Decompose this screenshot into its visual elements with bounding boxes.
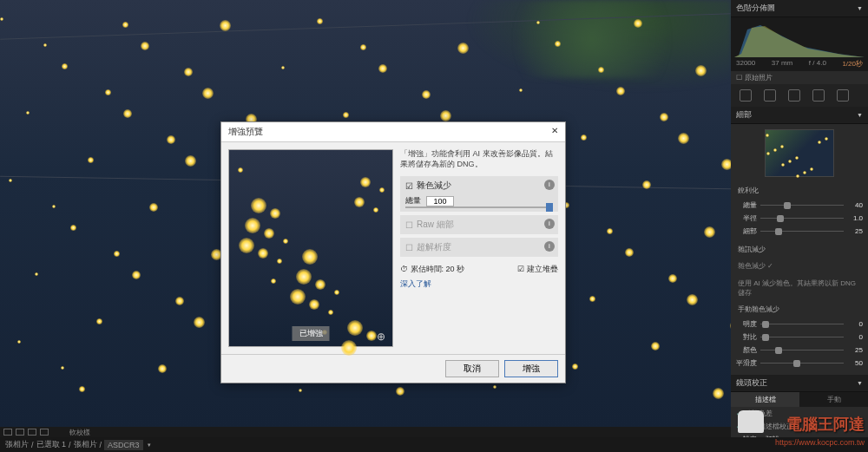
watermark-url: https://www.kocpc.com.tw xyxy=(775,438,865,447)
checkbox-label: 原始照片 xyxy=(745,73,773,82)
brush-tool-icon[interactable] xyxy=(837,89,849,102)
detail-thumbnail[interactable]: document.write(Array.from({length:12},(_… xyxy=(765,129,834,177)
soft-proof-label[interactable]: 軟校樣 xyxy=(69,428,90,437)
dialog-title: 增強預覽 xyxy=(228,126,263,138)
breadcrumb-item[interactable]: 已選取 1 xyxy=(36,439,67,450)
amount-slider[interactable]: 總量40 xyxy=(731,199,868,212)
heal-tool-icon[interactable] xyxy=(764,89,776,102)
super-res-group: ☐超解析度 i xyxy=(400,238,558,257)
manual-noise-label: 手動雜色減少 xyxy=(731,301,868,318)
info-icon[interactable]: i xyxy=(544,241,555,252)
shutter-value: 1/20秒 xyxy=(842,59,863,69)
view-mode-icon[interactable] xyxy=(3,429,12,436)
iso-value: 32000 xyxy=(736,59,755,69)
collapse-icon[interactable]: ▼ xyxy=(857,5,863,11)
amount-label: 總量 xyxy=(405,195,421,206)
view-mode-icon[interactable] xyxy=(28,429,36,436)
lens-header[interactable]: 鏡頭校正 ▼ xyxy=(731,375,868,392)
collapse-icon[interactable]: ▼ xyxy=(857,380,863,386)
noise-description: 使用 AI 減少雜色。其結果將以新 DNG 儲存 xyxy=(731,275,868,301)
panel-title: 色階分佈圖 xyxy=(736,3,775,14)
time-estimate: ⏱ 累估時間: 20 秒 xyxy=(400,264,464,275)
cancel-button[interactable]: 取消 xyxy=(445,360,499,377)
lens-tabs: 描述檔 手動 xyxy=(731,392,868,407)
breadcrumb-item[interactable]: 張相片 xyxy=(5,439,29,450)
learn-more-link[interactable]: 深入了解 xyxy=(400,278,431,290)
sharpen-section-label: 銳利化 xyxy=(731,182,868,199)
detail-slider[interactable]: 細部25 xyxy=(731,225,868,238)
histogram-header[interactable]: 色階分佈圖 ▼ xyxy=(731,0,868,17)
noise-reduce-group: ☑雜色減少 i 總量 xyxy=(400,176,558,212)
histogram-panel[interactable]: 32000 37 mm f / 4.0 1/20秒 xyxy=(731,17,868,71)
amount-slider-track[interactable] xyxy=(405,206,553,208)
zoom-icon[interactable]: ⊕ xyxy=(377,331,389,343)
checkbox-icon[interactable]: ☐ xyxy=(736,74,742,82)
watermark-text: 電腦王阿達 xyxy=(786,414,865,435)
preview-badge: 已增強 xyxy=(293,326,330,341)
raw-detail-checkbox[interactable]: ☐Raw 細部 xyxy=(405,219,553,231)
enhance-button[interactable]: 增強 xyxy=(504,360,558,377)
crop-tool-icon[interactable] xyxy=(740,89,752,102)
panel-title: 細部 xyxy=(736,109,752,121)
mask-tool-icon[interactable] xyxy=(788,89,800,102)
super-res-checkbox[interactable]: ☐超解析度 xyxy=(405,241,553,253)
close-icon[interactable]: ✕ xyxy=(551,126,558,138)
detail-header[interactable]: 細部 ▼ xyxy=(731,107,868,124)
view-mode-icon[interactable] xyxy=(16,429,24,436)
info-icon[interactable]: i xyxy=(544,180,555,190)
breadcrumb-item[interactable]: 張相片 xyxy=(74,439,97,450)
dialog-description: 「增強」功能會利用 AI 來改善影像品質。結果將儲存為新的 DNG。 xyxy=(400,149,558,169)
focal-value: 37 mm xyxy=(772,59,792,69)
color-slider[interactable]: 顏色25 xyxy=(731,344,868,357)
dialog-footer: 取消 增強 xyxy=(221,354,565,383)
collapse-icon[interactable]: ▼ xyxy=(857,112,863,118)
noise-section-label: 雜訊減少 xyxy=(731,241,868,258)
enhance-preview[interactable]: document.write(Array.from({length:25},(_… xyxy=(228,149,393,347)
view-mode-icon[interactable] xyxy=(40,429,49,436)
smooth-slider[interactable]: 平滑度50 xyxy=(731,357,868,370)
tab-profile[interactable]: 描述檔 xyxy=(731,392,799,407)
panel-title: 鏡頭校正 xyxy=(736,377,767,389)
contrast-slider[interactable]: 對比0 xyxy=(731,331,868,344)
breadcrumb-item[interactable]: ASDCR3 xyxy=(104,440,143,450)
amount-input[interactable] xyxy=(426,196,454,206)
tool-strip xyxy=(731,84,868,107)
dialog-titlebar[interactable]: 增強預覽 ✕ xyxy=(221,122,565,142)
raw-detail-group: ☐Raw 細部 i xyxy=(400,215,558,234)
create-stack-checkbox[interactable]: ☑ 建立堆疊 xyxy=(517,264,558,275)
original-checkbox-row[interactable]: ☐ 原始照片 xyxy=(731,71,868,84)
info-icon[interactable]: i xyxy=(544,219,555,229)
aperture-value: f / 4.0 xyxy=(809,59,826,69)
bottom-toolbar: 軟校樣 xyxy=(0,427,731,437)
noise-sub-label: 雜色減少 ✓ xyxy=(731,258,868,274)
breadcrumb-bar: 張相片/ 已選取 1/ 張相片/ ASDCR3 ▾ xyxy=(0,437,868,452)
histogram-graph xyxy=(734,21,865,57)
tab-manual[interactable]: 手動 xyxy=(799,392,868,407)
redeye-tool-icon[interactable] xyxy=(812,89,825,102)
noise-reduce-checkbox[interactable]: ☑雜色減少 xyxy=(405,180,553,192)
watermark-avatar xyxy=(738,410,764,433)
foliage-decoration xyxy=(488,0,696,78)
luminance-slider[interactable]: 明度0 xyxy=(731,318,868,331)
enhance-dialog: 增強預覽 ✕ document.write(Array.from({length… xyxy=(220,121,566,383)
radius-slider[interactable]: 半徑1.0 xyxy=(731,212,868,225)
develop-sidebar: 色階分佈圖 ▼ 32000 37 mm f / 4.0 1/20秒 ☐ 原始照片… xyxy=(731,0,868,452)
